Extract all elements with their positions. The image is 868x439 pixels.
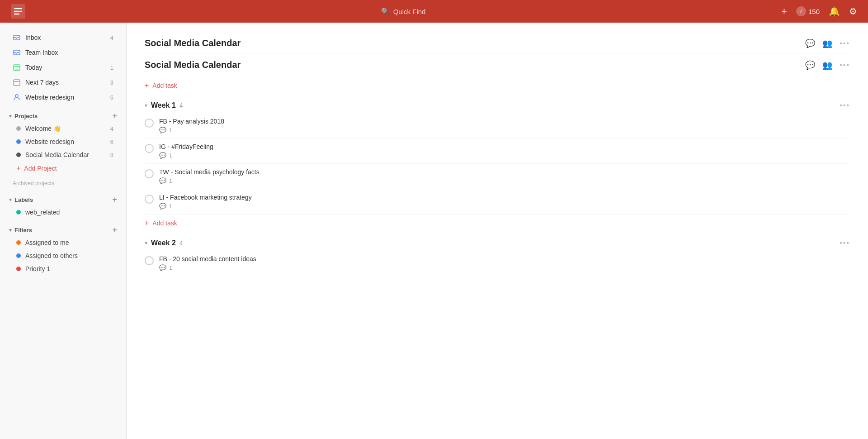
add-task-row-week1[interactable]: + Add task xyxy=(145,215,850,232)
filters-section-header: ▾ Filters + xyxy=(0,221,126,236)
week1-toggle[interactable]: ▾ xyxy=(145,102,147,109)
task-checkbox-1[interactable] xyxy=(145,119,154,128)
archived-projects-label: Archived projects xyxy=(0,176,126,188)
notification-bell-icon[interactable]: 🔔 xyxy=(829,6,840,17)
social-media-count: 8 xyxy=(110,152,113,158)
add-project-icon[interactable]: + xyxy=(112,112,117,120)
week1-more-icon[interactable]: ••• xyxy=(840,101,850,109)
app-logo[interactable] xyxy=(11,4,25,19)
priority1-label: Priority 1 xyxy=(25,265,113,272)
task-body-1: FB - Pay analysis 2018 💬 1 xyxy=(159,118,850,134)
task-meta-2: 💬 1 xyxy=(159,152,850,159)
search-label: Quick Find xyxy=(393,8,426,15)
today-label: Today xyxy=(25,64,104,71)
task-title-4[interactable]: LI - Facebook marketing strategy xyxy=(159,194,850,201)
sidebar-item-website-redesign-top[interactable]: Website redesign 6 xyxy=(4,90,123,105)
team-inbox-label: Team Inbox xyxy=(25,49,113,56)
comment-count-t1: 1 xyxy=(169,127,172,134)
members-icon-2[interactable]: 👥 xyxy=(822,60,832,70)
task-item: IG - #FridayFeeling 💬 1 xyxy=(145,138,850,164)
sidebar-item-priority1[interactable]: Priority 1 xyxy=(4,262,123,275)
task-meta-3: 💬 1 xyxy=(159,177,850,184)
labels-chevron-icon: ▾ xyxy=(9,197,12,203)
filters-toggle[interactable]: ▾ Filters xyxy=(9,227,32,234)
task-item: LI - Facebook marketing strategy 💬 1 xyxy=(145,189,850,215)
add-filter-icon[interactable]: + xyxy=(112,226,117,234)
projects-toggle[interactable]: ▾ Projects xyxy=(9,113,38,119)
inbox-count: 4 xyxy=(110,34,113,41)
comment-icon-1[interactable]: 💬 xyxy=(805,38,815,48)
week1-title: Week 1 xyxy=(151,101,176,110)
next7days-icon xyxy=(13,78,21,86)
project-header-2: Social Media Calendar 💬 👥 ••• xyxy=(145,55,850,75)
task-body-4: LI - Facebook marketing strategy 💬 1 xyxy=(159,194,850,210)
task-item: FB - Pay analysis 2018 💬 1 xyxy=(145,113,850,138)
website-redesign-count: 6 xyxy=(110,138,113,145)
filters-chevron-icon: ▾ xyxy=(9,227,12,233)
add-task-plus-icon-w1: + xyxy=(145,219,149,227)
sidebar-item-today[interactable]: 17 Today 1 xyxy=(4,60,123,75)
task-checkbox-5[interactable] xyxy=(145,256,154,265)
task-body-5: FB - 20 social media content ideas 💬 1 xyxy=(159,255,850,271)
task-title-2[interactable]: IG - #FridayFeeling xyxy=(159,143,850,150)
assigned-me-dot xyxy=(16,240,21,245)
comment-icon-t3: 💬 xyxy=(159,177,166,184)
add-label-icon[interactable]: + xyxy=(112,196,117,204)
topnav: 🔍 Quick Find + ✓ 150 🔔 ⚙ xyxy=(0,0,868,23)
week2-count: 4 xyxy=(179,239,183,247)
assigned-others-label: Assigned to others xyxy=(25,252,113,259)
week2-title: Week 2 xyxy=(151,239,176,247)
settings-icon[interactable]: ⚙ xyxy=(849,6,857,17)
task-title-1[interactable]: FB - Pay analysis 2018 xyxy=(159,118,850,125)
welcome-label: Welcome 👋 xyxy=(25,125,104,132)
project-header-1: Social Media Calendar 💬 👥 ••• xyxy=(145,33,850,53)
task-meta-1: 💬 1 xyxy=(159,127,850,134)
priority1-dot xyxy=(16,267,21,271)
website-redesign-label: Website redesign xyxy=(25,138,104,145)
week2-more-icon[interactable]: ••• xyxy=(840,239,850,247)
app-body: Inbox 4 Team Inbox 17 Today 1 Next 7 day… xyxy=(0,23,868,439)
sidebar-item-website-redesign[interactable]: Website redesign 6 xyxy=(4,135,123,148)
add-task-row-top[interactable]: + Add task xyxy=(145,77,850,94)
task-checkbox-3[interactable] xyxy=(145,169,154,178)
task-meta-4: 💬 1 xyxy=(159,203,850,210)
add-project-plus-icon: + xyxy=(16,164,20,172)
sidebar-item-social-media-calendar[interactable]: Social Media Calendar 8 xyxy=(4,148,123,161)
comment-icon-2[interactable]: 💬 xyxy=(805,60,815,70)
task-title-5[interactable]: FB - 20 social media content ideas xyxy=(159,255,850,262)
sidebar-item-assigned-to-others[interactable]: Assigned to others xyxy=(4,249,123,262)
members-icon-1[interactable]: 👥 xyxy=(822,38,832,48)
task-title-3[interactable]: TW - Social media psychology facts xyxy=(159,168,850,176)
task-count-badge[interactable]: ✓ 150 xyxy=(796,6,820,16)
task-checkbox-4[interactable] xyxy=(145,195,154,204)
sidebar-item-welcome[interactable]: Welcome 👋 4 xyxy=(4,122,123,135)
add-button[interactable]: + xyxy=(781,5,787,17)
website-redesign-top-label: Website redesign xyxy=(25,94,104,101)
comment-icon-t2: 💬 xyxy=(159,152,166,159)
comment-icon-t1: 💬 xyxy=(159,127,166,134)
week2-toggle[interactable]: ▾ xyxy=(145,240,147,246)
comment-count-t2: 1 xyxy=(169,153,172,159)
sidebar-item-team-inbox[interactable]: Team Inbox xyxy=(4,45,123,60)
projects-chevron-icon: ▾ xyxy=(9,113,12,119)
social-media-dot xyxy=(16,153,21,157)
team-inbox-icon xyxy=(13,48,21,57)
comment-icon-t5: 💬 xyxy=(159,264,166,271)
sidebar-item-web-related[interactable]: web_related xyxy=(4,206,123,219)
more-options-icon-2[interactable]: ••• xyxy=(840,61,850,69)
labels-section-header: ▾ Labels + xyxy=(0,191,126,205)
project-title-2: Social Media Calendar xyxy=(145,60,241,70)
web-related-label: web_related xyxy=(25,209,113,216)
task-checkbox-2[interactable] xyxy=(145,144,154,153)
sidebar-item-inbox[interactable]: Inbox 4 xyxy=(4,30,123,45)
comment-count-t4: 1 xyxy=(169,203,172,210)
labels-toggle[interactable]: ▾ Labels xyxy=(9,196,33,203)
more-options-icon-1[interactable]: ••• xyxy=(840,39,850,48)
sidebar-item-next7days[interactable]: Next 7 days 3 xyxy=(4,75,123,90)
add-task-plus-icon: + xyxy=(145,81,149,90)
add-project-button[interactable]: + Add Project xyxy=(4,162,123,175)
search-icon: 🔍 xyxy=(381,7,390,15)
sidebar-item-assigned-to-me[interactable]: Assigned to me xyxy=(4,236,123,249)
topnav-actions: + ✓ 150 🔔 ⚙ xyxy=(781,5,857,17)
quick-find-search[interactable]: 🔍 Quick Find xyxy=(381,7,426,15)
